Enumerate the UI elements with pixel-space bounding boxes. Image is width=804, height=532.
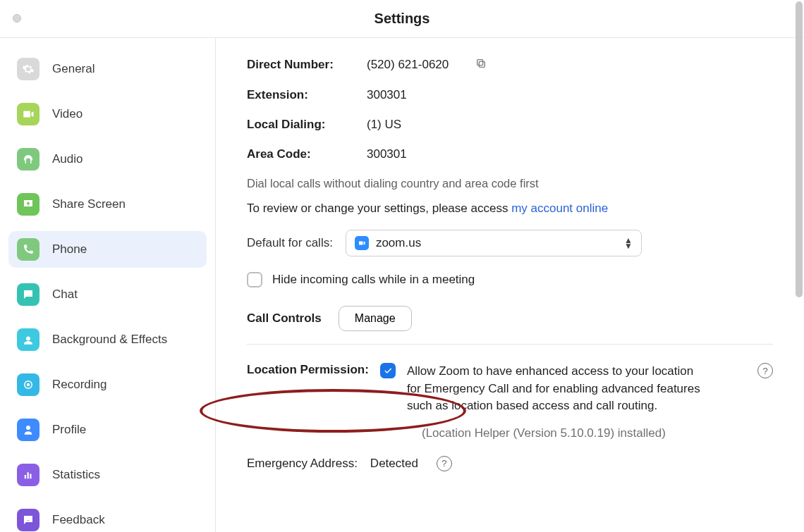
recording-icon	[17, 373, 39, 396]
sidebar-item-profile[interactable]: Profile	[8, 412, 207, 448]
location-permission-checkbox[interactable]	[380, 363, 396, 378]
sidebar-item-general[interactable]: General	[8, 51, 207, 87]
settings-sidebar: General Video Audio Share Screen Phone	[0, 38, 216, 532]
sidebar-item-chat[interactable]: Chat	[8, 276, 207, 313]
svg-rect-3	[480, 61, 485, 67]
help-icon[interactable]: ?	[757, 363, 773, 378]
extension-label: Extension:	[247, 88, 367, 102]
sidebar-item-label: Audio	[52, 152, 83, 166]
location-permission-label: Location Permission:	[247, 363, 369, 377]
copy-icon[interactable]	[475, 58, 487, 73]
default-calls-label: Default for calls:	[247, 236, 333, 250]
local-dialing-value: (1) US	[367, 118, 401, 132]
manage-button[interactable]: Manage	[339, 306, 412, 331]
location-helper-installed: (Location Helper (Version 5.10.0.19) ins…	[422, 426, 773, 440]
svg-point-1	[27, 383, 30, 387]
sidebar-item-audio[interactable]: Audio	[8, 141, 207, 178]
chat-icon	[17, 283, 39, 306]
background-icon	[17, 328, 39, 351]
my-account-online-link[interactable]: my account online	[511, 202, 608, 215]
sidebar-item-share-screen[interactable]: Share Screen	[8, 186, 207, 223]
hide-incoming-label: Hide incoming calls while in a meeting	[272, 273, 475, 287]
window-traffic-lights[interactable]	[13, 14, 21, 23]
svg-rect-4	[477, 60, 483, 66]
local-dialing-label: Local Dialing:	[247, 118, 367, 132]
sidebar-item-video[interactable]: Video	[8, 96, 207, 132]
feedback-icon	[17, 509, 39, 531]
phone-icon	[17, 238, 39, 261]
sidebar-item-label: Feedback	[52, 513, 105, 527]
profile-icon	[17, 419, 39, 441]
share-screen-icon	[17, 193, 39, 216]
settings-content: Direct Number: (520) 621-0620 Extension:…	[216, 38, 804, 532]
location-permission-text: Allow Zoom to have enhanced access to yo…	[407, 363, 703, 415]
default-calls-select[interactable]: zoom.us ▲▼	[346, 230, 642, 256]
emergency-address-label: Emergency Address:	[247, 457, 358, 471]
traffic-light-close[interactable]	[13, 14, 21, 23]
statistics-icon	[17, 464, 39, 486]
chevron-updown-icon: ▲▼	[624, 237, 633, 249]
area-code-value: 300301	[367, 147, 407, 161]
sidebar-item-label: Recording	[52, 378, 107, 392]
sidebar-item-label: Chat	[52, 287, 78, 302]
help-icon[interactable]: ?	[437, 456, 452, 471]
separator	[247, 344, 773, 345]
sidebar-item-label: Statistics	[52, 468, 100, 482]
sidebar-item-label: Background & Effects	[52, 333, 167, 347]
headphones-icon	[17, 148, 39, 171]
sidebar-item-recording[interactable]: Recording	[8, 366, 207, 403]
titlebar: Settings	[0, 0, 804, 38]
direct-number-value: (520) 621-0620	[367, 58, 449, 72]
scrollbar[interactable]	[794, 0, 804, 532]
zoom-app-icon	[355, 236, 369, 250]
sidebar-item-label: Phone	[52, 242, 87, 256]
sidebar-item-label: General	[52, 62, 95, 76]
sidebar-item-label: Profile	[52, 423, 86, 437]
review-prefix: To review or change your settings, pleas…	[247, 202, 511, 215]
emergency-address-value: Detected	[370, 457, 418, 471]
sidebar-item-statistics[interactable]: Statistics	[8, 457, 207, 493]
sidebar-item-feedback[interactable]: Feedback	[8, 502, 207, 532]
area-code-label: Area Code:	[247, 147, 367, 161]
call-controls-title: Call Controls	[247, 311, 322, 326]
window-title: Settings	[374, 11, 430, 27]
extension-value: 300301	[367, 88, 407, 102]
dial-hint: Dial local calls without dialing country…	[247, 177, 773, 190]
sidebar-item-background-effects[interactable]: Background & Effects	[8, 321, 207, 358]
gear-icon	[17, 58, 39, 80]
review-line: To review or change your settings, pleas…	[247, 202, 773, 216]
hide-incoming-checkbox[interactable]	[247, 272, 262, 287]
direct-number-label: Direct Number:	[247, 58, 367, 72]
sidebar-item-label: Share Screen	[52, 197, 126, 211]
video-icon	[17, 103, 39, 125]
sidebar-item-label: Video	[52, 107, 83, 121]
sidebar-item-phone[interactable]: Phone	[8, 231, 207, 268]
scrollbar-thumb[interactable]	[796, 1, 803, 297]
default-calls-value: zoom.us	[376, 236, 421, 250]
